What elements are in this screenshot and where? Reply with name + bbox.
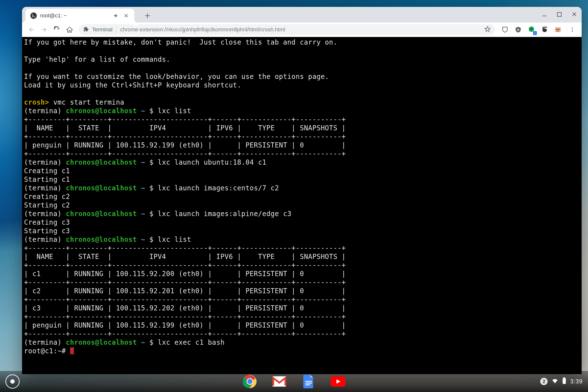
extensions-row: ʉ 1 [501, 26, 562, 34]
bookmark-star-icon[interactable] [484, 26, 491, 33]
terminal-output[interactable]: If you got here by mistake, don't panic!… [22, 37, 582, 374]
new-tab-button[interactable] [142, 10, 153, 22]
svg-rect-23 [563, 378, 566, 384]
reddit-extension-icon[interactable] [554, 26, 562, 34]
reload-button[interactable] [52, 24, 62, 35]
window-maximize-button[interactable] [557, 11, 562, 18]
wifi-icon [552, 377, 558, 386]
omnibox-url: chrome-extension://nkoccljplnhpfnfiajclk… [120, 26, 285, 33]
notification-count-badge: 2 [540, 378, 548, 385]
home-button[interactable] [64, 24, 75, 35]
chrome-window: root@c1: ~ Terminal chrome-extension://n… [22, 7, 582, 374]
extension-icon [83, 26, 89, 33]
sync-extension-icon[interactable]: 1 [528, 26, 535, 34]
svg-text:ʉ: ʉ [517, 28, 519, 31]
launcher-button[interactable] [6, 374, 20, 388]
system-tray[interactable]: 2 3:39 [540, 377, 582, 386]
extension-badge: 1 [533, 31, 537, 35]
svg-rect-0 [558, 12, 561, 16]
svg-rect-19 [306, 383, 312, 384]
chromeos-shelf: 2 3:39 [0, 371, 588, 392]
svg-point-11 [572, 29, 573, 30]
bitwarden-extension-icon[interactable] [501, 26, 509, 34]
svg-rect-18 [306, 381, 312, 382]
terminal-favicon-icon [30, 12, 37, 19]
browser-toolbar: Terminal chrome-extension://nkoccljplnhp… [22, 22, 582, 37]
docs-app-icon[interactable] [301, 374, 316, 389]
tab-title: root@c1: ~ [40, 12, 67, 19]
svg-rect-20 [306, 384, 310, 386]
shelf-apps [242, 374, 346, 389]
svg-point-10 [572, 28, 573, 28]
omnibox[interactable]: Terminal chrome-extension://nkoccljplnhp… [79, 24, 495, 35]
svg-point-12 [572, 31, 573, 32]
gnome-extension-icon[interactable] [541, 26, 548, 34]
chrome-app-icon[interactable] [242, 374, 257, 389]
gmail-app-icon[interactable] [272, 374, 287, 389]
youtube-app-icon[interactable] [331, 374, 346, 389]
ublock-extension-icon[interactable]: ʉ [514, 26, 522, 34]
svg-point-6 [546, 26, 547, 28]
tab-strip: root@c1: ~ [22, 7, 582, 22]
svg-point-5 [544, 26, 546, 28]
clock: 3:39 [570, 378, 582, 385]
battery-icon [562, 377, 566, 386]
window-close-button[interactable] [571, 11, 577, 18]
window-controls [542, 7, 577, 22]
svg-point-8 [556, 29, 558, 30]
window-minimize-button[interactable] [542, 11, 547, 18]
forward-button[interactable] [39, 24, 50, 35]
svg-rect-22 [564, 377, 565, 378]
browser-menu-button[interactable] [567, 24, 578, 35]
back-button[interactable] [26, 24, 37, 35]
omnibox-prefix: Terminal [92, 26, 116, 33]
tab-audio-icon[interactable] [113, 12, 120, 19]
svg-point-3 [530, 28, 533, 30]
tab-close-icon[interactable] [123, 12, 129, 19]
tab-terminal[interactable]: root@c1: ~ [26, 9, 134, 22]
svg-point-9 [558, 29, 560, 30]
